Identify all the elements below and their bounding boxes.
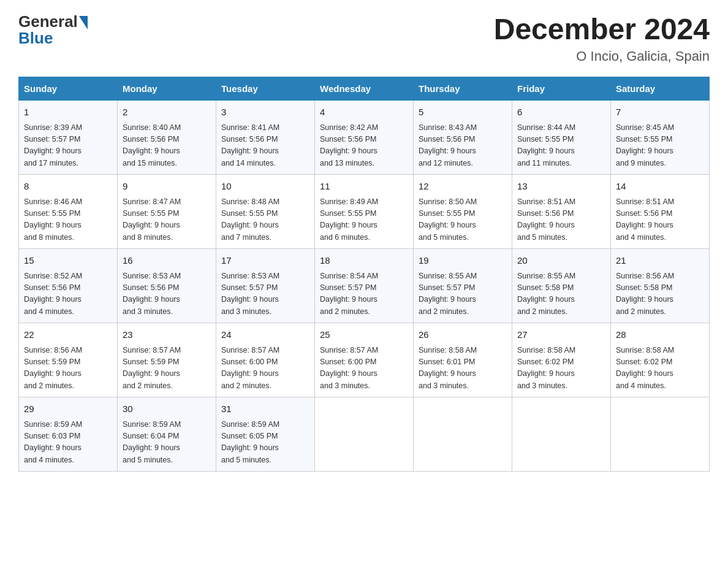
- day-number: 12: [419, 180, 507, 194]
- day-cell: 24 Sunrise: 8:57 AMSunset: 6:00 PMDaylig…: [216, 323, 315, 397]
- day-info: Sunrise: 8:41 AMSunset: 5:56 PMDaylight:…: [221, 123, 279, 167]
- day-number: 28: [616, 328, 704, 342]
- location-subtitle: O Incio, Galicia, Spain: [494, 48, 710, 64]
- day-cell: 11 Sunrise: 8:49 AMSunset: 5:55 PMDaylig…: [315, 175, 414, 249]
- header-sunday: Sunday: [19, 77, 118, 101]
- day-number: 23: [123, 328, 211, 342]
- day-info: Sunrise: 8:43 AMSunset: 5:56 PMDaylight:…: [419, 123, 477, 167]
- day-number: 6: [517, 105, 605, 120]
- day-info: Sunrise: 8:58 AMSunset: 6:02 PMDaylight:…: [616, 346, 674, 390]
- day-info: Sunrise: 8:57 AMSunset: 6:00 PMDaylight:…: [221, 346, 279, 390]
- day-number: 27: [517, 328, 605, 342]
- day-number: 31: [221, 402, 309, 416]
- day-info: Sunrise: 8:49 AMSunset: 5:55 PMDaylight:…: [320, 197, 378, 242]
- day-info: Sunrise: 8:48 AMSunset: 5:55 PMDaylight:…: [221, 197, 279, 242]
- day-cell: [611, 397, 710, 472]
- header-monday: Monday: [118, 77, 216, 101]
- day-info: Sunrise: 8:57 AMSunset: 5:59 PMDaylight:…: [123, 346, 181, 390]
- logo-blue-text: Blue: [18, 29, 53, 48]
- day-number: 2: [123, 105, 211, 120]
- day-cell: 15 Sunrise: 8:52 AMSunset: 5:56 PMDaylig…: [19, 249, 118, 323]
- day-number: 5: [419, 105, 507, 120]
- week-row-5: 29 Sunrise: 8:59 AMSunset: 6:03 PMDaylig…: [19, 397, 710, 472]
- day-cell: 16 Sunrise: 8:53 AMSunset: 5:56 PMDaylig…: [118, 249, 216, 323]
- day-info: Sunrise: 8:51 AMSunset: 5:56 PMDaylight:…: [517, 197, 575, 242]
- day-info: Sunrise: 8:59 AMSunset: 6:04 PMDaylight:…: [123, 420, 181, 464]
- day-cell: 31 Sunrise: 8:59 AMSunset: 6:05 PMDaylig…: [216, 397, 315, 472]
- day-cell: [414, 397, 512, 472]
- day-number: 29: [24, 402, 112, 416]
- day-number: 16: [123, 254, 211, 268]
- month-year-title: December 2024: [494, 12, 710, 46]
- day-info: Sunrise: 8:56 AMSunset: 5:59 PMDaylight:…: [24, 346, 82, 390]
- day-info: Sunrise: 8:59 AMSunset: 6:05 PMDaylight:…: [221, 420, 279, 464]
- day-number: 19: [419, 254, 507, 268]
- day-cell: 14 Sunrise: 8:51 AMSunset: 5:56 PMDaylig…: [611, 175, 710, 249]
- logo: General Blue: [18, 12, 88, 48]
- day-number: 24: [221, 328, 309, 342]
- day-cell: 1 Sunrise: 8:39 AMSunset: 5:57 PMDayligh…: [19, 101, 118, 175]
- day-cell: 18 Sunrise: 8:54 AMSunset: 5:57 PMDaylig…: [315, 249, 414, 323]
- day-cell: 8 Sunrise: 8:46 AMSunset: 5:55 PMDayligh…: [19, 175, 118, 249]
- day-cell: 26 Sunrise: 8:58 AMSunset: 6:01 PMDaylig…: [414, 323, 512, 397]
- day-info: Sunrise: 8:55 AMSunset: 5:57 PMDaylight:…: [419, 272, 477, 316]
- day-number: 20: [517, 254, 605, 268]
- day-info: Sunrise: 8:52 AMSunset: 5:56 PMDaylight:…: [24, 272, 82, 316]
- day-cell: 4 Sunrise: 8:42 AMSunset: 5:56 PMDayligh…: [315, 101, 414, 175]
- day-cell: 28 Sunrise: 8:58 AMSunset: 6:02 PMDaylig…: [611, 323, 710, 397]
- day-cell: [512, 397, 611, 472]
- day-info: Sunrise: 8:44 AMSunset: 5:55 PMDaylight:…: [517, 123, 575, 167]
- day-number: 13: [517, 180, 605, 194]
- day-info: Sunrise: 8:56 AMSunset: 5:58 PMDaylight:…: [616, 272, 674, 316]
- day-number: 15: [24, 254, 112, 268]
- day-number: 11: [320, 180, 408, 194]
- day-number: 9: [123, 180, 211, 194]
- day-cell: 29 Sunrise: 8:59 AMSunset: 6:03 PMDaylig…: [19, 397, 118, 472]
- header-thursday: Thursday: [414, 77, 512, 101]
- header-tuesday: Tuesday: [216, 77, 315, 101]
- day-cell: 2 Sunrise: 8:40 AMSunset: 5:56 PMDayligh…: [118, 101, 216, 175]
- week-row-3: 15 Sunrise: 8:52 AMSunset: 5:56 PMDaylig…: [19, 249, 710, 323]
- logo-arrow-icon: [79, 16, 88, 29]
- day-number: 4: [320, 105, 408, 120]
- day-cell: 27 Sunrise: 8:58 AMSunset: 6:02 PMDaylig…: [512, 323, 611, 397]
- day-number: 21: [616, 254, 704, 268]
- day-info: Sunrise: 8:55 AMSunset: 5:58 PMDaylight:…: [517, 272, 575, 316]
- page-header: General Blue December 2024 O Incio, Gali…: [18, 12, 710, 64]
- day-cell: 9 Sunrise: 8:47 AMSunset: 5:55 PMDayligh…: [118, 175, 216, 249]
- day-number: 3: [221, 105, 309, 120]
- day-cell: 19 Sunrise: 8:55 AMSunset: 5:57 PMDaylig…: [414, 249, 512, 323]
- day-info: Sunrise: 8:54 AMSunset: 5:57 PMDaylight:…: [320, 272, 378, 316]
- day-info: Sunrise: 8:39 AMSunset: 5:57 PMDaylight:…: [24, 123, 82, 167]
- day-number: 17: [221, 254, 309, 268]
- day-info: Sunrise: 8:58 AMSunset: 6:01 PMDaylight:…: [419, 346, 477, 390]
- day-cell: 13 Sunrise: 8:51 AMSunset: 5:56 PMDaylig…: [512, 175, 611, 249]
- day-cell: 20 Sunrise: 8:55 AMSunset: 5:58 PMDaylig…: [512, 249, 611, 323]
- day-cell: 30 Sunrise: 8:59 AMSunset: 6:04 PMDaylig…: [118, 397, 216, 472]
- day-number: 8: [24, 180, 112, 194]
- day-info: Sunrise: 8:46 AMSunset: 5:55 PMDaylight:…: [24, 197, 82, 242]
- day-info: Sunrise: 8:58 AMSunset: 6:02 PMDaylight:…: [517, 346, 575, 390]
- day-cell: 7 Sunrise: 8:45 AMSunset: 5:55 PMDayligh…: [611, 101, 710, 175]
- day-info: Sunrise: 8:42 AMSunset: 5:56 PMDaylight:…: [320, 123, 378, 167]
- day-info: Sunrise: 8:51 AMSunset: 5:56 PMDaylight:…: [616, 197, 674, 242]
- day-number: 14: [616, 180, 704, 194]
- day-info: Sunrise: 8:59 AMSunset: 6:03 PMDaylight:…: [24, 420, 82, 464]
- day-cell: 12 Sunrise: 8:50 AMSunset: 5:55 PMDaylig…: [414, 175, 512, 249]
- day-number: 26: [419, 328, 507, 342]
- day-cell: 3 Sunrise: 8:41 AMSunset: 5:56 PMDayligh…: [216, 101, 315, 175]
- title-area: December 2024 O Incio, Galicia, Spain: [494, 12, 710, 64]
- day-cell: 21 Sunrise: 8:56 AMSunset: 5:58 PMDaylig…: [611, 249, 710, 323]
- calendar-header-row: SundayMondayTuesdayWednesdayThursdayFrid…: [19, 77, 710, 101]
- header-wednesday: Wednesday: [315, 77, 414, 101]
- day-cell: [315, 397, 414, 472]
- header-saturday: Saturday: [611, 77, 710, 101]
- day-info: Sunrise: 8:57 AMSunset: 6:00 PMDaylight:…: [320, 346, 378, 390]
- day-cell: 17 Sunrise: 8:53 AMSunset: 5:57 PMDaylig…: [216, 249, 315, 323]
- day-number: 10: [221, 180, 309, 194]
- day-number: 1: [24, 105, 112, 120]
- day-cell: 25 Sunrise: 8:57 AMSunset: 6:00 PMDaylig…: [315, 323, 414, 397]
- day-info: Sunrise: 8:45 AMSunset: 5:55 PMDaylight:…: [616, 123, 674, 167]
- day-number: 30: [123, 402, 211, 416]
- calendar-table: SundayMondayTuesdayWednesdayThursdayFrid…: [18, 77, 710, 472]
